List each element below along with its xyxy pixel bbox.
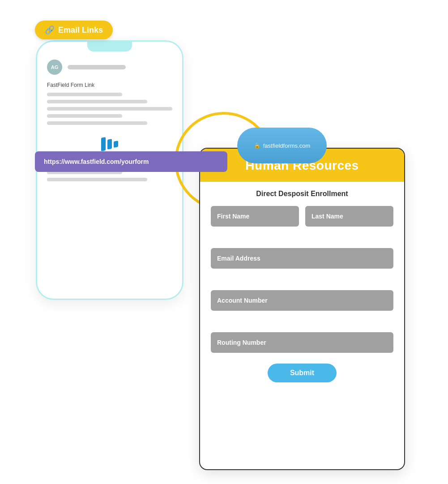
lock-icon: 🔒 xyxy=(254,142,260,149)
phone-line-4 xyxy=(47,114,122,118)
account-number-field[interactable]: Account Number xyxy=(211,290,393,311)
form-card: Human Resources Direct Desposit Enrollme… xyxy=(199,148,405,470)
phone-form-link-label: FastField Form Link xyxy=(47,82,172,88)
last-name-label: Last Name xyxy=(311,213,343,220)
logo-bar-2 xyxy=(107,139,112,150)
spacer-2 xyxy=(211,275,393,284)
phone-line-2 xyxy=(47,100,147,103)
phone-line-3 xyxy=(47,107,172,111)
url-bar: https://www.fastfield.com/yourform xyxy=(35,151,227,172)
email-label: Email Address xyxy=(217,255,260,262)
form-subtitle: Direct Desposit Enrollment xyxy=(211,190,393,198)
email-links-badge[interactable]: 🔗 Email Links xyxy=(35,21,113,39)
account-number-label: Account Number xyxy=(217,297,268,304)
phone-notch xyxy=(87,42,132,51)
first-name-field[interactable]: First Name xyxy=(211,206,299,227)
last-name-field[interactable]: Last Name xyxy=(305,206,393,227)
phone-logo-icon xyxy=(101,137,118,151)
domain-text: fastfieldforms.com xyxy=(263,142,310,149)
spacer-3 xyxy=(211,317,393,326)
logo-bar-1 xyxy=(101,137,106,151)
link-icon: 🔗 xyxy=(45,25,55,35)
phone-avatar: AG xyxy=(47,60,62,75)
logo-bar-3 xyxy=(114,141,118,148)
first-name-label: First Name xyxy=(217,213,249,220)
browser-address-content: 🔒 fastfieldforms.com xyxy=(254,142,310,149)
logo-line-3 xyxy=(47,178,147,181)
routing-number-label: Routing Number xyxy=(217,339,266,346)
form-body: Direct Desposit Enrollment First Name La… xyxy=(200,182,404,393)
phone-avatar-line xyxy=(68,65,126,69)
url-text: https://www.fastfield.com/yourform xyxy=(44,158,149,165)
email-field[interactable]: Email Address xyxy=(211,248,393,269)
browser-address-bar: 🔒 fastfieldforms.com xyxy=(237,128,327,163)
badge-text: Email Links xyxy=(58,26,103,35)
phone-line-1 xyxy=(47,93,122,96)
routing-number-field[interactable]: Routing Number xyxy=(211,332,393,353)
phone-avatar-row: AG xyxy=(47,60,172,75)
submit-row: Submit xyxy=(211,364,393,382)
name-row: First Name Last Name xyxy=(211,206,393,227)
spacer-1 xyxy=(211,233,393,242)
phone-line-5 xyxy=(47,121,147,125)
submit-button[interactable]: Submit xyxy=(268,364,337,382)
